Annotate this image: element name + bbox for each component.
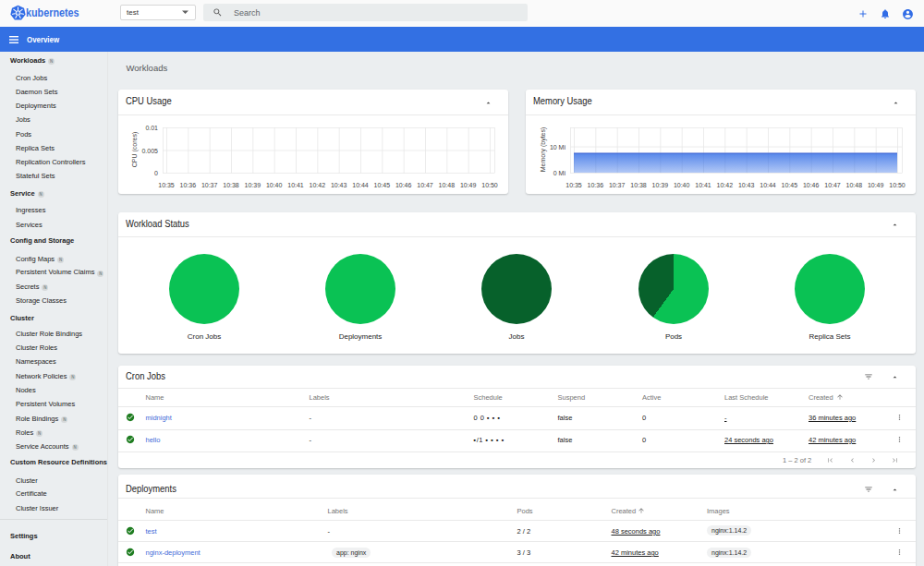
svg-text:10:36: 10:36 [180,182,197,188]
svg-text:10:45: 10:45 [374,182,391,188]
svg-text:10:50: 10:50 [889,182,906,188]
svg-text:10:35: 10:35 [565,182,582,188]
svg-text:0 Mi: 0 Mi [553,170,566,176]
svg-text:10:46: 10:46 [395,182,412,188]
svg-text:10:43: 10:43 [331,182,347,188]
svg-text:10:47: 10:47 [417,182,433,188]
svg-text:10:36: 10:36 [588,182,604,188]
svg-text:10:43: 10:43 [738,182,755,188]
svg-text:10:50: 10:50 [481,182,498,188]
svg-text:10:38: 10:38 [630,182,647,188]
svg-text:0.01: 0.01 [145,125,158,131]
svg-text:10:42: 10:42 [717,182,734,188]
svg-text:10 Mi: 10 Mi [550,144,566,151]
svg-text:0: 0 [154,170,158,176]
svg-text:10:46: 10:46 [803,182,820,188]
svg-text:10:40: 10:40 [266,182,283,188]
svg-text:10:49: 10:49 [460,182,477,188]
svg-text:0.005: 0.005 [141,148,158,154]
svg-text:10:40: 10:40 [674,182,690,188]
svg-text:10:44: 10:44 [352,182,369,188]
svg-text:10:37: 10:37 [609,182,626,188]
svg-text:10:41: 10:41 [287,182,304,188]
svg-text:10:48: 10:48 [846,182,863,188]
svg-text:10:41: 10:41 [695,182,711,188]
svg-text:10:49: 10:49 [868,182,884,188]
svg-text:10:48: 10:48 [439,182,456,188]
svg-text:10:38: 10:38 [223,182,239,188]
svg-text:10:44: 10:44 [760,182,776,188]
svg-text:10:42: 10:42 [310,182,326,188]
svg-text:10:39: 10:39 [652,182,669,188]
svg-text:10:45: 10:45 [782,182,798,188]
svg-text:10:47: 10:47 [824,182,841,188]
svg-text:10:39: 10:39 [245,182,261,188]
svg-text:10:37: 10:37 [201,182,218,188]
svg-text:10:35: 10:35 [158,182,175,188]
